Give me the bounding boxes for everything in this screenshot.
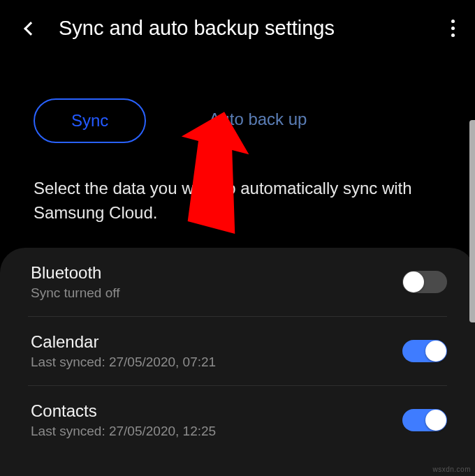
item-calendar[interactable]: Calendar Last synced: 27/05/2020, 07:21	[0, 317, 475, 385]
item-subtitle: Last synced: 27/05/2020, 12:25	[31, 424, 216, 439]
item-subtitle: Last synced: 27/05/2020, 07:21	[31, 355, 216, 370]
toggle-calendar[interactable]	[402, 340, 447, 362]
back-icon	[24, 22, 38, 36]
page-title: Sync and auto backup settings	[59, 17, 425, 40]
item-title: Bluetooth	[31, 263, 119, 283]
item-text: Bluetooth Sync turned off	[31, 263, 119, 301]
tabs: Sync Auto back up	[0, 57, 475, 160]
dot-icon	[451, 27, 455, 30]
back-button[interactable]	[22, 20, 39, 37]
item-text: Contacts Last synced: 27/05/2020, 12:25	[31, 401, 216, 439]
item-title: Contacts	[31, 401, 216, 421]
toggle-knob-icon	[425, 341, 446, 362]
item-contacts[interactable]: Contacts Last synced: 27/05/2020, 12:25	[0, 386, 475, 454]
more-options-button[interactable]	[444, 17, 461, 40]
header: Sync and auto backup settings	[0, 0, 475, 57]
dot-icon	[451, 20, 455, 23]
toggle-knob-icon	[403, 272, 424, 292]
toggle-contacts[interactable]	[402, 409, 447, 431]
item-title: Calendar	[31, 332, 216, 352]
tab-auto-backup[interactable]: Auto back up	[202, 98, 314, 143]
scroll-indicator[interactable]	[469, 120, 475, 322]
item-text: Calendar Last synced: 27/05/2020, 07:21	[31, 332, 216, 370]
watermark: wsxdn.com	[432, 466, 471, 473]
item-bluetooth[interactable]: Bluetooth Sync turned off	[0, 248, 475, 316]
tab-sync[interactable]: Sync	[34, 98, 146, 143]
description-text: Select the data you want to automaticall…	[0, 160, 475, 248]
toggle-knob-icon	[425, 410, 446, 431]
dot-icon	[451, 34, 455, 37]
item-subtitle: Sync turned off	[31, 285, 119, 301]
data-panel: Bluetooth Sync turned off Calendar Last …	[0, 248, 475, 476]
toggle-bluetooth[interactable]	[402, 271, 447, 293]
